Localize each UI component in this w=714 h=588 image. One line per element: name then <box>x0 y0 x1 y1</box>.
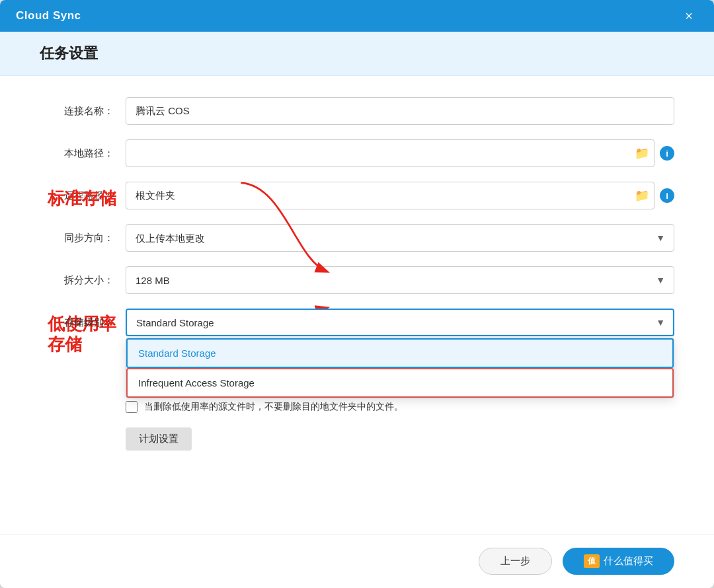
sync-direction-select-wrap: 仅上传本地更改 仅下载远程更改 双向同步 ▼ <box>126 224 674 252</box>
connection-name-input[interactable] <box>126 97 674 125</box>
section-title: 任务设置 <box>40 44 674 63</box>
delete-check-label: 当删除低使用率的源文件时，不要删除目的地文件夹中的文件。 <box>144 401 403 413</box>
chunk-size-control: 128 MB 256 MB 512 MB ▼ <box>126 266 674 294</box>
local-path-info-icon[interactable]: i <box>660 146 674 161</box>
local-path-input[interactable] <box>126 139 654 167</box>
storage-class-select-wrap: Standard Storage ▼ Standard Storage Infr… <box>126 309 674 336</box>
remote-path-row: 远程路径： 📁 i <box>40 182 674 209</box>
close-button[interactable]: × <box>680 7 698 25</box>
next-label: 什么值得买 <box>604 555 653 568</box>
remote-path-control: 📁 i <box>126 182 674 209</box>
schedule-button[interactable]: 计划设置 <box>126 427 192 451</box>
local-path-input-wrap: 📁 <box>126 139 654 167</box>
dialog: Cloud Sync × 任务设置 连接名称： 本地路径： 📁 i <box>0 0 714 588</box>
delete-check-row: 当删除低使用率的源文件时，不要删除目的地文件夹中的文件。 <box>40 401 674 413</box>
app-title: Cloud Sync <box>16 9 81 22</box>
prev-button[interactable]: 上一步 <box>479 548 552 575</box>
connection-name-row: 连接名称： <box>40 97 674 125</box>
form-body: 连接名称： 本地路径： 📁 i 远程路径： 📁 <box>0 76 714 534</box>
storage-class-label: 存储级别： <box>40 316 126 329</box>
logo-badge: 值 <box>584 554 600 568</box>
section-header: 任务设置 <box>0 32 714 76</box>
sync-direction-control: 仅上传本地更改 仅下载远程更改 双向同步 ▼ <box>126 224 674 252</box>
next-button[interactable]: 值 什么值得买 <box>563 548 674 575</box>
storage-class-row: 存储级别： Standard Storage ▼ Standard Storag… <box>40 309 674 336</box>
local-path-label: 本地路径： <box>40 147 126 160</box>
storage-option-infrequent[interactable]: Infrequent Access Storage <box>126 368 674 398</box>
chunk-size-select-wrap: 128 MB 256 MB 512 MB ▼ <box>126 266 674 294</box>
footer: 上一步 值 什么值得买 <box>0 534 714 588</box>
sync-direction-row: 同步方向： 仅上传本地更改 仅下载远程更改 双向同步 ▼ <box>40 224 674 252</box>
connection-name-control <box>126 97 674 125</box>
connection-name-label: 连接名称： <box>40 105 126 118</box>
remote-path-input[interactable] <box>126 182 654 209</box>
storage-class-value: Standard Storage <box>136 317 214 328</box>
local-path-folder-icon[interactable]: 📁 <box>635 146 649 161</box>
local-path-row: 本地路径： 📁 i <box>40 139 674 167</box>
chunk-size-select[interactable]: 128 MB 256 MB 512 MB <box>126 266 674 294</box>
sync-direction-select[interactable]: 仅上传本地更改 仅下载远程更改 双向同步 <box>126 224 674 252</box>
title-bar: Cloud Sync × <box>0 0 714 32</box>
storage-class-control: Standard Storage ▼ Standard Storage Infr… <box>126 309 674 336</box>
storage-class-arrow-icon: ▼ <box>656 317 665 328</box>
sync-direction-label: 同步方向： <box>40 232 126 244</box>
storage-class-dropdown: Standard Storage Infrequent Access Stora… <box>126 338 674 398</box>
remote-path-label: 远程路径： <box>40 190 126 202</box>
remote-path-info-icon[interactable]: i <box>660 188 674 203</box>
chunk-size-row: 拆分大小： 128 MB 256 MB 512 MB ▼ <box>40 266 674 294</box>
remote-path-input-wrap: 📁 <box>126 182 654 209</box>
storage-class-display[interactable]: Standard Storage ▼ <box>126 309 674 336</box>
chunk-size-label: 拆分大小： <box>40 274 126 287</box>
delete-check-input[interactable] <box>126 401 138 413</box>
remote-path-folder-icon[interactable]: 📁 <box>635 188 649 203</box>
local-path-control: 📁 i <box>126 139 674 167</box>
storage-option-standard[interactable]: Standard Storage <box>126 338 674 368</box>
